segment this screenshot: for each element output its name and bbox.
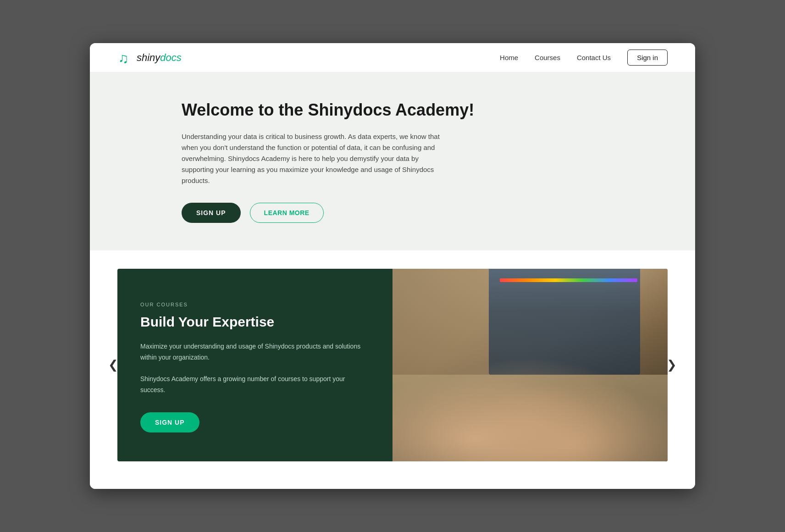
- card-signup-button[interactable]: SIGN UP: [140, 412, 199, 432]
- card-content: OUR COURSES Build Your Expertise Maximiz…: [117, 269, 392, 461]
- hero-description: Understanding your data is critical to b…: [182, 131, 448, 186]
- hero-signup-button[interactable]: SIGN UP: [182, 203, 241, 223]
- card-label: OUR COURSES: [140, 302, 370, 307]
- header: ♫ shinydocs Home Courses Contact Us Sign…: [90, 43, 695, 72]
- hero-section: Welcome to the Shinydocs Academy! Unders…: [90, 72, 695, 250]
- sign-in-button[interactable]: Sign in: [627, 50, 668, 66]
- nav-courses[interactable]: Courses: [535, 54, 560, 61]
- hands-visual: [392, 346, 668, 461]
- hero-title: Welcome to the Shinydocs Academy!: [182, 100, 668, 120]
- svg-text:♫: ♫: [118, 50, 129, 66]
- logo-text: shinydocs: [137, 52, 182, 64]
- nav-contact[interactable]: Contact Us: [577, 54, 611, 61]
- carousel-card: OUR COURSES Build Your Expertise Maximiz…: [117, 269, 668, 461]
- nav-home[interactable]: Home: [500, 54, 518, 61]
- main-nav: Home Courses Contact Us Sign in: [500, 50, 668, 66]
- logo[interactable]: ♫ shinydocs: [117, 50, 182, 66]
- carousel-next-button[interactable]: ❯: [662, 353, 681, 377]
- courses-section: ❮ OUR COURSES Build Your Expertise Maxim…: [90, 250, 695, 489]
- card-image: [392, 269, 668, 461]
- screen-color-bar: [500, 278, 637, 282]
- carousel-wrapper: ❮ OUR COURSES Build Your Expertise Maxim…: [117, 269, 668, 461]
- card-title: Build Your Expertise: [140, 314, 370, 330]
- hero-learn-more-button[interactable]: LEARN MORE: [250, 203, 324, 223]
- browser-frame: ♫ shinydocs Home Courses Contact Us Sign…: [90, 43, 695, 488]
- logo-icon: ♫: [117, 50, 134, 66]
- carousel-prev-button[interactable]: ❮: [104, 353, 123, 377]
- hero-buttons: SIGN UP LEARN MORE: [182, 203, 668, 223]
- laptop-visual: [392, 269, 668, 461]
- card-description: Maximize your understanding and usage of…: [140, 341, 370, 396]
